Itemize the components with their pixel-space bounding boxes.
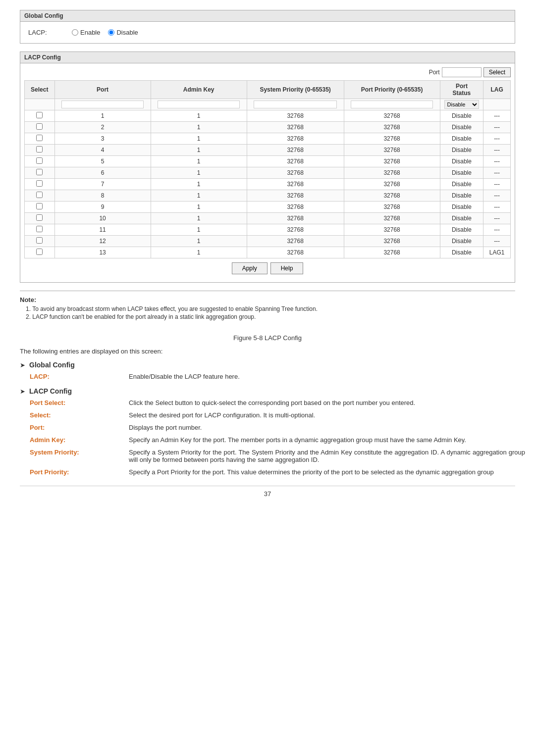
row-port-priority: 32768	[344, 133, 440, 145]
row-lag: ---	[483, 202, 511, 213]
apply-button[interactable]: Apply	[232, 262, 268, 274]
desc-def: Specify an Admin Key for the port. The m…	[129, 436, 525, 444]
row-port: 2	[54, 122, 151, 133]
desc-term: LACP:	[30, 373, 129, 380]
row-status: Disable	[440, 236, 483, 247]
row-checkbox[interactable]	[36, 237, 43, 244]
row-select[interactable]	[25, 179, 55, 190]
desc-term: System Priority:	[30, 449, 129, 463]
row-select[interactable]	[25, 236, 55, 247]
row-checkbox[interactable]	[36, 146, 43, 152]
row-select[interactable]	[25, 247, 55, 258]
row-select[interactable]	[25, 190, 55, 202]
row-lag: ---	[483, 145, 511, 156]
desc-term: Admin Key:	[30, 436, 129, 444]
row-admin-key: 1	[151, 224, 247, 236]
row-port-priority: 32768	[344, 247, 440, 258]
row-port: 3	[54, 133, 151, 145]
row-checkbox[interactable]	[36, 180, 43, 187]
filter-admin-key-input[interactable]	[158, 101, 240, 108]
row-select[interactable]	[25, 224, 55, 236]
desc-row: Port Select: Click the Select button to …	[30, 399, 525, 406]
lacp-enable-option[interactable]: Enable	[72, 29, 100, 36]
row-sys-priority: 32768	[247, 213, 344, 224]
desc-table: Port Select: Click the Select button to …	[30, 399, 525, 476]
desc-row: LACP: Enable/Disable the LACP feature he…	[30, 373, 525, 380]
description-section: ➤ Global Config LACP: Enable/Disable the…	[20, 361, 515, 380]
filter-port-priority-input[interactable]	[351, 101, 433, 108]
table-row: 11 1 32768 32768 Disable ---	[25, 224, 511, 236]
filter-lag	[483, 99, 511, 110]
lacp-enable-label: Enable	[80, 29, 100, 36]
row-select[interactable]	[25, 133, 55, 145]
filter-sys-priority[interactable]	[247, 99, 344, 110]
table-scroll-area[interactable]: Select Port Admin Key System Priority (0…	[24, 80, 511, 258]
table-header-row: Select Port Admin Key System Priority (0…	[25, 81, 511, 99]
desc-row: Admin Key: Specify an Admin Key for the …	[30, 436, 525, 444]
row-checkbox[interactable]	[36, 203, 43, 209]
row-port: 6	[54, 167, 151, 179]
port-select-input[interactable]	[442, 67, 482, 77]
col-lag: LAG	[483, 81, 511, 99]
port-label: Port	[429, 69, 440, 76]
row-select[interactable]	[25, 145, 55, 156]
row-status: Disable	[440, 156, 483, 167]
lacp-enable-radio[interactable]	[72, 29, 78, 36]
row-checkbox[interactable]	[36, 157, 43, 164]
row-select[interactable]	[25, 167, 55, 179]
row-lag: ---	[483, 167, 511, 179]
row-checkbox[interactable]	[36, 112, 43, 118]
row-admin-key: 1	[151, 236, 247, 247]
row-select[interactable]	[25, 110, 55, 122]
filter-port-input[interactable]	[61, 101, 144, 108]
lacp-radio-group: Enable Disable	[72, 29, 138, 36]
row-select[interactable]	[25, 122, 55, 133]
row-select[interactable]	[25, 202, 55, 213]
row-admin-key: 1	[151, 133, 247, 145]
row-status: Disable	[440, 213, 483, 224]
col-sys-priority: System Priority (0-65535)	[247, 81, 344, 99]
row-admin-key: 1	[151, 122, 247, 133]
lacp-disable-radio[interactable]	[108, 29, 114, 36]
select-button[interactable]: Select	[483, 67, 511, 77]
row-checkbox[interactable]	[36, 123, 43, 130]
filter-port-priority[interactable]	[344, 99, 440, 110]
filter-select	[25, 99, 55, 110]
row-select[interactable]	[25, 156, 55, 167]
table-row: 1 1 32768 32768 Disable ---	[25, 110, 511, 122]
filter-sys-priority-input[interactable]	[254, 101, 337, 108]
help-button[interactable]: Help	[270, 262, 304, 274]
desc-term: Port Select:	[30, 399, 129, 406]
row-port: 13	[54, 247, 151, 258]
lacp-disable-option[interactable]: Disable	[108, 29, 138, 36]
filter-status[interactable]: Disable Enable	[440, 99, 483, 110]
filter-status-select[interactable]: Disable Enable	[444, 100, 480, 109]
row-sys-priority: 32768	[247, 110, 344, 122]
row-checkbox[interactable]	[36, 249, 43, 255]
row-checkbox[interactable]	[36, 135, 43, 141]
desc-def: Specify a Port Priority for the port. Th…	[129, 468, 525, 476]
row-sys-priority: 32768	[247, 190, 344, 202]
desc-def: Select the desired port for LACP configu…	[129, 411, 525, 419]
table-row: 6 1 32768 32768 Disable ---	[25, 167, 511, 179]
table-row: 10 1 32768 32768 Disable ---	[25, 213, 511, 224]
section-heading: Global Config	[29, 361, 75, 369]
arrow-icon: ➤	[20, 388, 25, 395]
global-config-title: Global Config	[20, 10, 515, 22]
description-section: ➤ LACP Config Port Select: Click the Sel…	[20, 387, 515, 476]
row-checkbox[interactable]	[36, 169, 43, 175]
row-port-priority: 32768	[344, 236, 440, 247]
desc-def: Enable/Disable the LACP feature here.	[129, 373, 525, 380]
row-port: 7	[54, 179, 151, 190]
filter-port[interactable]	[54, 99, 151, 110]
row-select[interactable]	[25, 213, 55, 224]
row-status: Disable	[440, 122, 483, 133]
row-port-priority: 32768	[344, 145, 440, 156]
row-checkbox[interactable]	[36, 226, 43, 232]
row-port: 5	[54, 156, 151, 167]
notes-list: 1. To avoid any broadcast storm when LAC…	[20, 305, 515, 320]
filter-row: Disable Enable	[25, 99, 511, 110]
row-checkbox[interactable]	[36, 214, 43, 221]
row-checkbox[interactable]	[36, 192, 43, 198]
filter-admin-key[interactable]	[151, 99, 247, 110]
